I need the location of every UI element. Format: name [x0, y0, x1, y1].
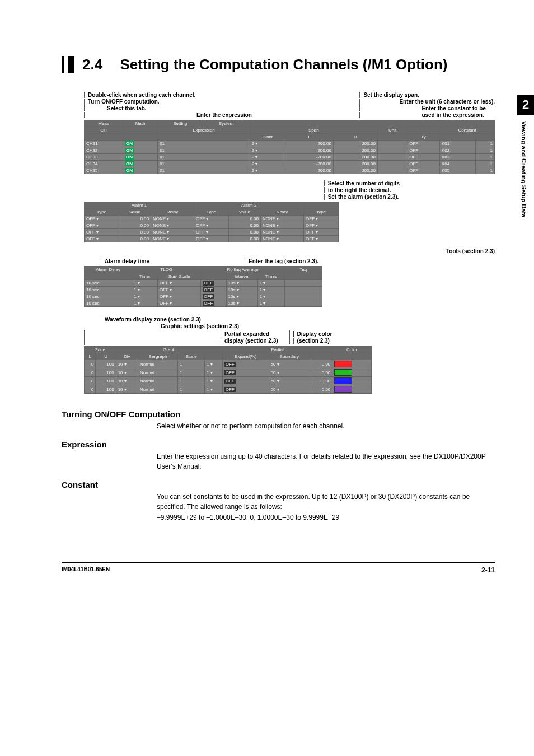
alarm-type[interactable]: OFF ▾: [304, 222, 339, 229]
unit-cell[interactable]: [377, 141, 407, 147]
on-toggle[interactable]: ON: [125, 161, 134, 166]
expr-cell[interactable]: 01: [158, 161, 250, 167]
sumscale-cell[interactable]: OFF ▾: [158, 300, 201, 307]
alarm-type[interactable]: OFF ▾: [85, 229, 119, 236]
interval-cell[interactable]: 10s ▾: [226, 300, 257, 307]
interval-cell[interactable]: 10s ▾: [226, 293, 257, 300]
tag-cell[interactable]: [284, 287, 322, 293]
ty-cell[interactable]: OFF: [407, 154, 440, 161]
k-value[interactable]: 1: [475, 147, 494, 154]
scale-pos[interactable]: 1 ▾: [205, 385, 222, 394]
ch-label[interactable]: CH32: [85, 147, 123, 154]
color-swatch[interactable]: [332, 377, 372, 385]
point-cell[interactable]: 2 ▾: [250, 141, 285, 147]
expand-cell[interactable]: 50 ▾: [269, 385, 310, 394]
color-swatch[interactable]: [332, 385, 372, 394]
alarm-type[interactable]: OFF ▾: [85, 222, 119, 229]
alarm-type[interactable]: OFF ▾: [194, 222, 229, 229]
span-l[interactable]: -200.00: [285, 147, 334, 154]
alarm-relay[interactable]: NONE ▾: [261, 216, 304, 222]
k-value[interactable]: 1: [475, 154, 494, 161]
sumscale-cell[interactable]: OFF ▾: [158, 287, 201, 293]
off-toggle[interactable]: OFF: [224, 370, 236, 375]
zone-u[interactable]: 100: [96, 360, 116, 368]
tab[interactable]: Math: [123, 120, 157, 127]
scale-cell[interactable]: 1: [178, 360, 205, 368]
alarm-type[interactable]: OFF ▾: [304, 236, 339, 242]
scale-cell[interactable]: 1: [178, 377, 205, 385]
ch-label[interactable]: CH35: [85, 167, 123, 174]
ty-cell[interactable]: OFF: [407, 147, 440, 154]
on-toggle[interactable]: ON: [125, 148, 134, 153]
alarm-type[interactable]: OFF ▾: [194, 216, 229, 222]
boundary-cell[interactable]: 0.00: [310, 377, 332, 385]
div-cell[interactable]: 10 ▾: [116, 368, 138, 377]
point-cell[interactable]: 2 ▾: [250, 161, 285, 167]
delay-cell[interactable]: 10 sec: [85, 293, 132, 300]
alarm-value[interactable]: 0.00: [119, 229, 151, 236]
span-u[interactable]: 200.00: [333, 141, 377, 147]
span-u[interactable]: 200.00: [333, 161, 377, 167]
times-cell[interactable]: 1 ▾: [257, 293, 284, 300]
off-toggle[interactable]: OFF: [224, 379, 236, 384]
scale-cell[interactable]: 1: [178, 368, 205, 377]
k-value[interactable]: 1: [475, 167, 494, 174]
sumscale-cell[interactable]: OFF ▾: [158, 293, 201, 300]
alarm-value[interactable]: 0.00: [119, 222, 151, 229]
zone-l[interactable]: 0: [85, 368, 96, 377]
bargraph-cell[interactable]: Normal: [138, 377, 178, 385]
alarm-type[interactable]: OFF ▾: [304, 229, 339, 236]
times-cell[interactable]: 1 ▾: [257, 287, 284, 293]
off-toggle[interactable]: OFF: [224, 387, 236, 392]
div-cell[interactable]: 10 ▾: [116, 377, 138, 385]
color-swatch[interactable]: [332, 368, 372, 377]
color-swatch[interactable]: [332, 360, 372, 368]
delay-cell[interactable]: 10 sec: [85, 287, 132, 293]
delay-cell[interactable]: 10 sec: [85, 300, 132, 307]
point-cell[interactable]: 2 ▾: [250, 147, 285, 154]
timer-cell[interactable]: 1 ▾: [132, 300, 158, 307]
expr-cell[interactable]: 01: [158, 154, 250, 161]
unit-cell[interactable]: [377, 147, 407, 154]
span-l[interactable]: -200.00: [285, 167, 334, 174]
boundary-cell[interactable]: 0.00: [310, 360, 332, 368]
point-cell[interactable]: 2 ▾: [250, 154, 285, 161]
alarm-relay[interactable]: NONE ▾: [151, 236, 194, 242]
timer-cell[interactable]: 1 ▾: [132, 287, 158, 293]
k-value[interactable]: 1: [475, 141, 494, 147]
point-cell[interactable]: 2 ▾: [250, 167, 285, 174]
times-cell[interactable]: 1 ▾: [257, 280, 284, 287]
ch-label[interactable]: CH31: [85, 141, 123, 147]
scale-pos[interactable]: 1 ▾: [205, 377, 222, 385]
bargraph-cell[interactable]: Normal: [138, 385, 178, 394]
off-toggle[interactable]: OFF: [203, 301, 214, 306]
tab[interactable]: Meas: [85, 120, 123, 127]
alarm-value[interactable]: 0.00: [229, 229, 261, 236]
scale-pos[interactable]: 1 ▾: [205, 368, 222, 377]
ty-cell[interactable]: OFF: [407, 161, 440, 167]
div-cell[interactable]: 10 ▾: [116, 385, 138, 394]
alarm-type[interactable]: OFF ▾: [304, 216, 339, 222]
span-l[interactable]: -200.00: [285, 161, 334, 167]
alarm-value[interactable]: 0.00: [229, 222, 261, 229]
span-l[interactable]: -200.00: [285, 154, 334, 161]
span-l[interactable]: -200.00: [285, 141, 334, 147]
alarm-value[interactable]: 0.00: [119, 216, 151, 222]
zone-l[interactable]: 0: [85, 377, 96, 385]
alarm-type[interactable]: OFF ▾: [194, 229, 229, 236]
tab[interactable]: System: [203, 120, 250, 127]
alarm-relay[interactable]: NONE ▾: [151, 222, 194, 229]
timer-cell[interactable]: 1 ▾: [132, 280, 158, 287]
sumscale-cell[interactable]: OFF ▾: [158, 280, 201, 287]
alarm-relay[interactable]: NONE ▾: [151, 216, 194, 222]
tag-cell[interactable]: [284, 280, 322, 287]
k-value[interactable]: 1: [475, 161, 494, 167]
expand-cell[interactable]: 50 ▾: [269, 360, 310, 368]
alarm-relay[interactable]: NONE ▾: [261, 222, 304, 229]
delay-cell[interactable]: 10 sec: [85, 280, 132, 287]
bargraph-cell[interactable]: Normal: [138, 360, 178, 368]
zone-l[interactable]: 0: [85, 385, 96, 394]
tag-cell[interactable]: [284, 293, 322, 300]
timer-cell[interactable]: 1 ▾: [132, 293, 158, 300]
on-toggle[interactable]: ON: [125, 155, 134, 160]
